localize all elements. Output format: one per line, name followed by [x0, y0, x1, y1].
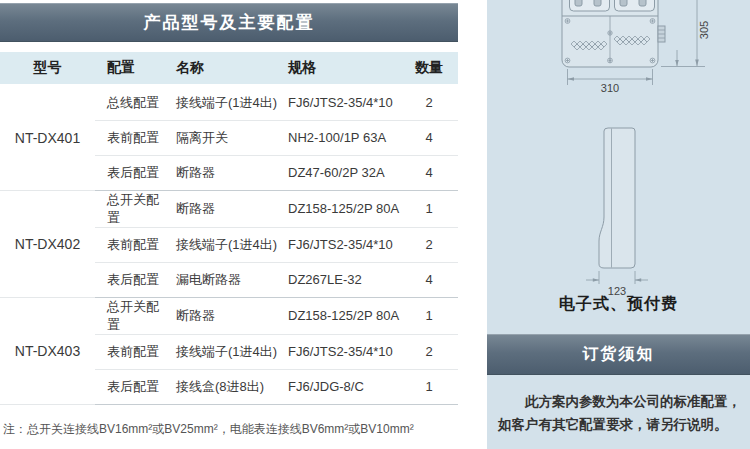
table-row: NT-DX401 总线配置 接线端子(1进4出) FJ6/JTS2-35/4*1…: [0, 85, 458, 120]
name-cell: 接线盒(8进8出): [170, 369, 282, 404]
product-drawing-panel: 310 305 123 电子式、预付费 订货须知 此方案内参数为本公司的标准配置…: [487, 0, 750, 449]
name-cell: 隔离开关: [170, 120, 282, 155]
name-cell: 断路器: [170, 297, 282, 334]
spec-cell: FJ6/JTS2-35/4*10: [282, 85, 400, 120]
col-header-qty: 数量: [400, 52, 458, 85]
section-title: 产品型号及主要配置: [144, 11, 315, 34]
qty-cell: 4: [400, 120, 458, 155]
spec-cell: FJ6/JTS2-35/4*10: [282, 227, 400, 262]
config-cell: 表前配置: [95, 120, 170, 155]
config-cell: 总线配置: [95, 85, 170, 120]
table-row: NT-DX403 总开关配置 断路器 DZ158-125/2P 80A 1: [0, 297, 458, 334]
order-notice-title: 订货须知: [583, 344, 655, 365]
dimension-123: [586, 271, 648, 284]
col-header-name: 名称: [170, 52, 282, 85]
name-cell: 接线端子(1进4出): [170, 227, 282, 262]
section-title-bar: 产品型号及主要配置: [0, 3, 458, 42]
drawing-caption: 电子式、预付费: [487, 294, 750, 315]
front-width-dimension-label: 310: [601, 82, 619, 94]
qty-cell: 2: [400, 227, 458, 262]
footnote: 注：总开关连接线BV16mm²或BV25mm²，电能表连接线BV6mm²或BV1…: [0, 405, 458, 438]
col-header-config: 配置: [95, 52, 170, 85]
table-header-row: 型号 配置 名称 规格 数量: [0, 52, 458, 85]
model-cell: NT-DX402: [0, 190, 95, 297]
spec-cell: FJ6/JTS2-35/4*10: [282, 334, 400, 369]
order-notice-title-bar: 订货须知: [487, 334, 750, 375]
qty-cell: 2: [400, 334, 458, 369]
qty-cell: 2: [400, 85, 458, 120]
config-cell: 表后配置: [95, 262, 170, 297]
config-cell: 表前配置: [95, 334, 170, 369]
name-cell: 漏电断路器: [170, 262, 282, 297]
meter-box-drawing: 310 305 123: [487, 0, 750, 330]
spec-cell: DZ158-125/2P 80A: [282, 190, 400, 227]
name-cell: 断路器: [170, 155, 282, 190]
table-row: NT-DX402 总开关配置 断路器 DZ158-125/2P 80A 1: [0, 190, 458, 227]
qty-cell: 4: [400, 262, 458, 297]
config-cell: 表后配置: [95, 369, 170, 404]
col-header-spec: 规格: [282, 52, 400, 85]
front-view-drawing: [562, 0, 665, 67]
config-table: 型号 配置 名称 规格 数量 NT-DX401 总线配置 接线端子(1进4出) …: [0, 52, 458, 405]
config-cell: 表前配置: [95, 227, 170, 262]
name-cell: 接线端子(1进4出): [170, 85, 282, 120]
qty-cell: 4: [400, 155, 458, 190]
product-config-section: 产品型号及主要配置 型号 配置 名称 规格 数量 NT-DX401 总线配置: [0, 0, 458, 438]
config-cell: 表后配置: [95, 155, 170, 190]
front-height-dimension-label: 305: [698, 21, 710, 39]
qty-cell: 1: [400, 190, 458, 227]
catalog-page: 产品型号及主要配置 型号 配置 名称 规格 数量 NT-DX401 总线配置: [0, 0, 750, 449]
latch-icon: [658, 26, 665, 42]
spec-cell: DZ47-60/2P 32A: [282, 155, 400, 190]
spec-cell: FJ6/JDG-8/C: [282, 369, 400, 404]
model-cell: NT-DX401: [0, 85, 95, 190]
name-cell: 接线端子(1进4出): [170, 334, 282, 369]
qty-cell: 1: [400, 297, 458, 334]
col-header-model: 型号: [0, 52, 95, 85]
config-cell: 总开关配置: [95, 190, 170, 227]
qty-cell: 1: [400, 369, 458, 404]
side-view-drawing: [599, 128, 635, 268]
spec-cell: NH2-100/1P 63A: [282, 120, 400, 155]
order-notice-text: 此方案内参数为本公司的标准配置，如客户有其它配置要求，请另行说明。: [498, 390, 743, 436]
spec-cell: DZ267LE-32: [282, 262, 400, 297]
config-cell: 总开关配置: [95, 297, 170, 334]
model-cell: NT-DX403: [0, 297, 95, 404]
spec-cell: DZ158-125/2P 80A: [282, 297, 400, 334]
name-cell: 断路器: [170, 190, 282, 227]
